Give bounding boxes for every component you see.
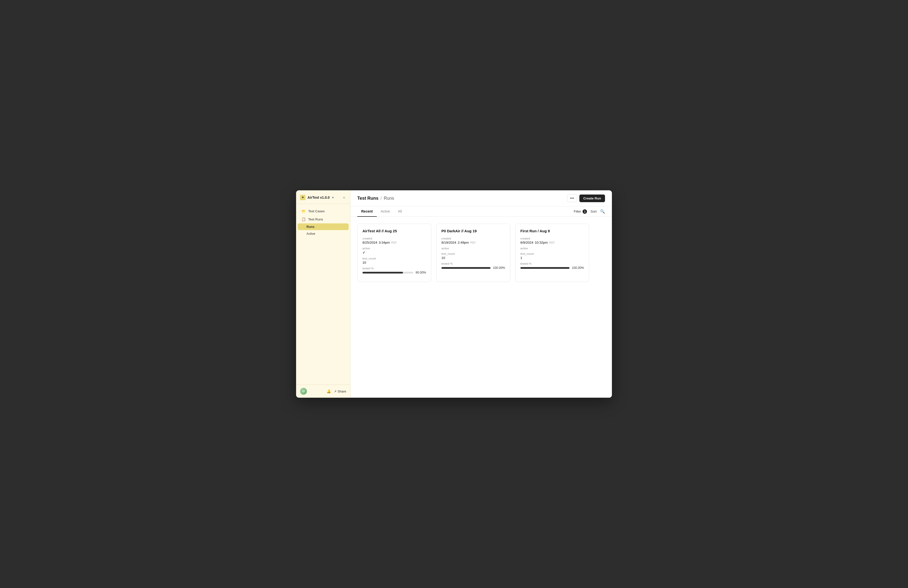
share-button[interactable]: ↗ Share [334,389,346,394]
main-content: Test Runs / Runs ••• Create Run Recent A… [350,190,612,398]
breadcrumb: Test Runs / Runs [357,195,394,201]
test-count-value: 10 [362,261,426,264]
progress-bar-fill [362,272,403,274]
active-field: active ✓ [362,247,426,255]
run-card-2[interactable]: P0 DarkAir // Aug 19 created 8/19/2024 2… [436,224,510,282]
tab-recent[interactable]: Recent [357,206,377,217]
timezone: PDT [391,241,397,244]
created-field: created 8/9/2024 10:32pm PDT [520,237,584,244]
progress-row: 100.00% [441,266,505,269]
created-date: 8/9/2024 [520,241,533,244]
created-label: created [520,237,584,240]
sidebar-sub-label: Active [306,232,315,235]
test-count-value: 10 [441,256,505,260]
tab-active[interactable]: Active [377,206,394,217]
progress-bar-bg [441,267,491,269]
tabs-bar: Recent Active All Filter 1 Sort 🔍 [350,206,612,217]
created-date: 8/25/2024 [362,241,377,244]
progress-bar-fill [520,267,570,269]
run-card-3[interactable]: First Run / Aug 9 created 8/9/2024 10:32… [515,224,589,282]
test-count-label: test_count [441,252,505,255]
app-window: ✦ AirTest v1.0.0 ▾ « 📁 Test Cases 📋 Test… [296,190,612,398]
sort-button[interactable]: Sort [591,209,597,213]
active-field: active [441,247,505,250]
tab-actions: Filter 1 Sort 🔍 [574,209,605,214]
run-card-title: P0 DarkAir // Aug 19 [441,229,505,233]
share-label: Share [338,390,346,393]
runs-icon: 📋 [301,217,306,221]
progress-bar-bg [520,267,570,269]
sidebar-item-label: Test Cases [308,209,325,213]
runs-grid: AirTest All // Aug 25 created 8/25/2024 … [357,224,605,282]
brand-label: AirTest v1.0.0 [307,195,330,200]
sidebar-sub-item-active[interactable]: Active [298,230,349,237]
progress-pct: 100.00% [572,266,584,269]
active-field: active [520,247,584,250]
brand-button[interactable]: ✦ AirTest v1.0.0 ▾ [300,195,333,200]
tabs: Recent Active All [357,206,406,216]
bell-icon: 🔔 [327,389,331,393]
progress-row: 80.00% [362,271,426,274]
sort-label: Sort [591,209,597,213]
tested-pct-field: tested % 100.00% [441,262,505,269]
sidebar-nav: 📁 Test Cases 📋 Test Runs Runs Active [296,204,350,385]
active-label: active [441,247,505,250]
footer-actions: 🔔 ↗ Share [326,389,346,394]
more-button[interactable]: ••• [567,194,577,202]
sidebar: ✦ AirTest v1.0.0 ▾ « 📁 Test Cases 📋 Test… [296,190,350,398]
brand-chevron-icon: ▾ [332,196,333,199]
top-bar-actions: ••• Create Run [567,194,605,202]
brand-icon: ✦ [300,195,306,200]
created-row: 8/19/2024 2:49pm PDT [441,241,505,244]
breadcrumb-subtitle: Runs [384,196,394,201]
created-label: created [362,237,426,240]
avatar: U [300,388,307,395]
created-time: 3:34pm [379,241,390,244]
created-field: created 8/25/2024 3:34pm PDT [362,237,426,244]
tab-recent-label: Recent [361,209,373,213]
test-count-field: test_count 1 [520,252,584,260]
created-time: 2:49pm [458,241,469,244]
sidebar-sub-item-runs[interactable]: Runs [298,223,349,230]
filter-label: Filter [574,209,581,213]
folder-icon: 📁 [301,209,306,213]
progress-row: 100.00% [520,266,584,269]
sidebar-sub-label: Runs [306,225,315,229]
progress-bar-fill [441,267,491,269]
sidebar-footer: U 🔔 ↗ Share [296,385,350,398]
collapse-icon: « [343,195,345,200]
notifications-button[interactable]: 🔔 [326,389,332,394]
avatar-initials: U [303,390,305,393]
active-label: active [362,247,426,250]
tab-all[interactable]: All [394,206,406,217]
progress-bar-bg [362,272,413,274]
sidebar-collapse-button[interactable]: « [342,195,346,200]
sidebar-item-test-runs[interactable]: 📋 Test Runs [298,215,349,223]
tab-active-label: Active [381,209,390,213]
sidebar-item-test-cases[interactable]: 📁 Test Cases [298,207,349,215]
test-count-label: test_count [520,252,584,255]
sidebar-header: ✦ AirTest v1.0.0 ▾ « [296,190,350,204]
progress-pct: 80.00% [416,271,426,274]
active-value: ✓ [362,251,426,255]
tested-label: tested % [362,267,426,270]
filter-button[interactable]: Filter 1 [574,209,587,214]
run-card-1[interactable]: AirTest All // Aug 25 created 8/25/2024 … [357,224,431,282]
sidebar-item-label: Test Runs [308,217,323,221]
created-label: created [441,237,505,240]
filter-badge: 1 [583,209,587,214]
created-row: 8/9/2024 10:32pm PDT [520,241,584,244]
test-count-field: test_count 10 [441,252,505,260]
share-icon: ↗ [334,390,336,393]
created-time: 10:32pm [535,241,548,244]
tested-label: tested % [520,262,584,265]
tested-pct-field: tested % 100.00% [520,262,584,269]
test-count-value: 1 [520,256,584,260]
search-button[interactable]: 🔍 [600,209,605,214]
create-run-button[interactable]: Create Run [580,195,605,202]
timezone: PDT [549,241,555,244]
breadcrumb-separator: / [380,195,382,201]
page-title: Test Runs [357,196,378,201]
more-icon: ••• [570,196,574,200]
timezone: PDT [470,241,476,244]
